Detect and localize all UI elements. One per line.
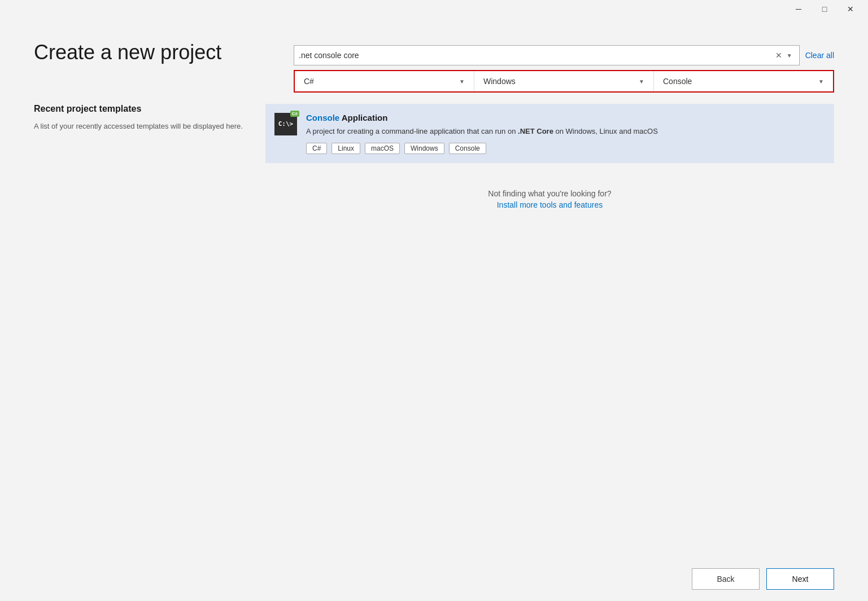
template-icon-inner: C:\> [278,115,294,133]
platform-filter[interactable]: Windows ▼ [474,71,654,91]
platform-filter-arrow: ▼ [639,78,644,85]
clear-all-button[interactable]: Clear all [805,51,834,60]
template-info: Console Application A project for creati… [306,113,825,154]
tag-macos: macOS [365,143,400,154]
search-area: ✕ ▼ Clear all C# ▼ Windows ▼ Console ▼ [294,41,834,93]
csharp-badge: C# [290,111,299,117]
template-card[interactable]: C:\> C# Console Application A project fo… [265,104,834,163]
project-type-filter-value: Console [663,77,692,86]
project-type-filter[interactable]: Console ▼ [654,71,833,91]
not-finding: Not finding what you're looking for? Ins… [265,172,834,226]
template-name: Console Application [306,113,825,122]
template-icon: C:\> C# [274,113,297,135]
content-area: Recent project templates A list of your … [0,104,868,557]
template-desc: A project for creating a command-line ap… [306,126,825,137]
project-type-filter-arrow: ▼ [818,78,824,85]
language-filter[interactable]: C# ▼ [295,71,474,91]
filter-row: C# ▼ Windows ▼ Console ▼ [294,70,834,93]
tag-linux: Linux [332,143,360,154]
maximize-button[interactable]: □ [812,0,838,18]
page-title: Create a new project [34,41,271,64]
template-tags: C# Linux macOS Windows Console [306,143,825,154]
tag-windows: Windows [404,143,444,154]
platform-filter-value: Windows [483,77,516,86]
template-name-highlight: Console [306,113,339,122]
template-desc-bold: .NET Core [518,127,553,135]
next-button[interactable]: Next [766,568,834,590]
back-button[interactable]: Back [692,568,760,590]
sidebar-subtitle: A list of your recently accessed templat… [34,121,243,132]
language-filter-arrow: ▼ [459,78,465,85]
tag-console: Console [449,143,486,154]
close-button[interactable]: ✕ [838,0,863,18]
search-input[interactable] [299,51,773,60]
tag-csharp: C# [306,143,327,154]
minimize-button[interactable]: ─ [786,0,812,18]
page-header: Create a new project ✕ ▼ Clear all C# ▼ … [0,18,868,104]
install-tools-link[interactable]: Install more tools and features [265,200,834,209]
sidebar: Recent project templates A list of your … [34,104,243,557]
footer: Back Next [0,557,868,601]
titlebar: ─ □ ✕ [0,0,868,18]
not-finding-text: Not finding what you're looking for? [265,189,834,198]
sidebar-title: Recent project templates [34,104,243,114]
search-row: ✕ ▼ Clear all [294,45,834,65]
clear-icon[interactable]: ✕ [773,51,784,60]
templates-area: C:\> C# Console Application A project fo… [265,104,834,557]
main-content: Create a new project ✕ ▼ Clear all C# ▼ … [0,18,868,601]
template-name-suffix: Application [339,113,387,122]
svg-text:C:\>: C:\> [278,120,294,128]
language-filter-value: C# [304,77,314,86]
search-dropdown-icon[interactable]: ▼ [784,52,795,59]
search-box: ✕ ▼ [294,45,800,65]
